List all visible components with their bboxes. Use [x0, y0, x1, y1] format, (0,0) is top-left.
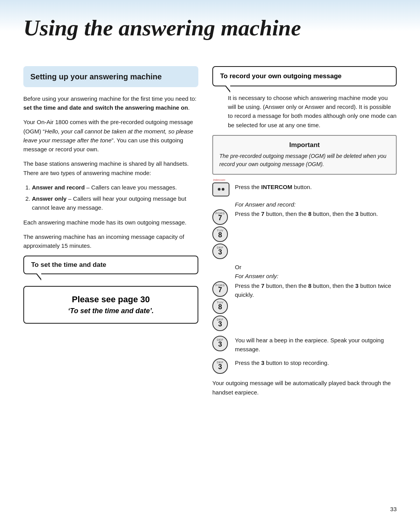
- btn-783-row: PQRS 7 TUV 8 DEF 3 Press the 7 button, t…: [212, 209, 397, 259]
- beep-btn-stack: DEF 3: [212, 336, 229, 351]
- stop-text: Press the 3 button to stop recording.: [235, 358, 397, 367]
- for-answer-only-label: For Answer only:: [235, 273, 278, 279]
- for-answer-record-row: For Answer and record:: [212, 201, 397, 208]
- see-page-sub: ‘To set the time and date’.: [68, 307, 154, 315]
- for-answer-only-row: For Answer only:: [212, 273, 397, 280]
- final-text: Your outgoing message will be automatica…: [212, 379, 397, 397]
- left-column: Setting up your answering machine Before…: [23, 66, 198, 324]
- or-text: Or: [235, 264, 397, 270]
- btn-3-only: DEF 3: [212, 315, 228, 331]
- list-item-1: Answer and record – Callers can leave yo…: [32, 183, 198, 192]
- btn-7-only: PQRS 7: [212, 281, 228, 297]
- time-date-callout: To set the time and date: [23, 256, 198, 274]
- btn-3: DEF 3: [212, 244, 228, 259]
- intercom-dot-1: [218, 188, 220, 191]
- intercom-text-area: Press the INTERCOM button.: [235, 182, 397, 191]
- left-para4: Each answering machine mode has its own …: [23, 218, 198, 227]
- important-box: Important The pre-recorded outgoing mess…: [212, 135, 397, 175]
- right-column: To record your own outgoing message It i…: [212, 66, 397, 402]
- beep-text: You will hear a beep in the earpiece. Sp…: [235, 336, 397, 354]
- btn-783-stack: PQRS 7 TUV 8 DEF 3: [212, 209, 229, 259]
- btn-7833-text: Press the 7 button, then the 8 button, t…: [235, 281, 397, 300]
- stop-btn-stack: DEF 3: [212, 358, 229, 374]
- intercom-button: Intercom: [212, 182, 229, 196]
- left-para5: The answering machine has an incoming me…: [23, 232, 198, 251]
- btn-7833-row: PQRS 7 TUV 8 DEF 3 Press the 7 button, t…: [212, 281, 397, 331]
- section-heading: Setting up your answering machine: [30, 72, 191, 82]
- left-para1: Before using your answering machine for …: [23, 94, 198, 112]
- outgoing-msg-callout: To record your own outgoing message: [212, 66, 397, 86]
- btn-8-only: TUV 8: [212, 298, 228, 314]
- right-para1: It is necessary to choose which answerin…: [212, 93, 397, 130]
- important-text: The pre-recorded outgoing message (OGM) …: [219, 152, 390, 168]
- intercom-row: Intercom Press the INTERCOM button.: [212, 182, 397, 196]
- btn-783-text: Press the 7 button, then the 8 button, t…: [235, 209, 397, 218]
- for-answer-record-label: For Answer and record:: [235, 201, 296, 208]
- time-date-heading: To set the time and date: [31, 261, 191, 269]
- intercom-label: Intercom: [213, 178, 225, 182]
- mode-list: Answer and record – Callers can leave yo…: [32, 183, 198, 212]
- see-page-box: Please see page 30 ‘To set the time and …: [23, 286, 198, 324]
- page-number: 33: [390, 506, 397, 512]
- left-para3: The base stations answering machine is s…: [23, 159, 198, 177]
- btn-7833-stack: PQRS 7 TUV 8 DEF 3: [212, 281, 229, 331]
- outgoing-msg-heading: To record your own outgoing message: [220, 72, 389, 80]
- stop-row: DEF 3 Press the 3 button to stop recordi…: [212, 358, 397, 374]
- beep-row: DEF 3 You will hear a beep in the earpie…: [212, 336, 397, 354]
- btn-8: TUV 8: [212, 226, 228, 242]
- page-title: Using the answering machine: [0, 0, 420, 52]
- list-item-2: Answer only – Callers will hear your out…: [32, 194, 198, 212]
- intercom-dot-2: [222, 188, 224, 191]
- important-title: Important: [219, 141, 390, 149]
- left-para2: Your On-Air 1800 comes with the pre-reco…: [23, 117, 198, 154]
- btn-7: PQRS 7: [212, 209, 228, 225]
- section-heading-box: Setting up your answering machine: [23, 66, 198, 87]
- see-page-main: Please see page 30: [31, 294, 191, 305]
- btn-3-stop: DEF 3: [212, 358, 228, 374]
- intercom-button-stack: Intercom: [212, 182, 229, 196]
- btn-3-beep: DEF 3: [212, 336, 228, 351]
